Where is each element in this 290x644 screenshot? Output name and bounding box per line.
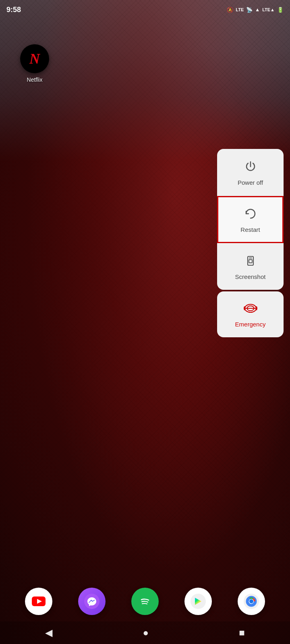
screenshot-label: Screenshot (235, 273, 266, 280)
youtube-app[interactable] (25, 588, 52, 615)
svg-point-14 (249, 599, 253, 603)
navigation-bar: ◀ ● ■ (0, 621, 290, 644)
emergency-button[interactable]: Emergency (217, 291, 284, 337)
home-button[interactable]: ● (143, 627, 149, 638)
mute-icon: 🔕 (227, 7, 233, 13)
power-off-icon (244, 160, 257, 175)
battery-icon: 🔋 (277, 7, 284, 13)
restart-button[interactable]: Restart (217, 196, 284, 243)
status-bar: 9:58 🔕 LTE 📡 ▲ LTE▲ 🔋 (0, 0, 290, 19)
clock: 9:58 (6, 6, 21, 14)
netflix-logo: N (29, 50, 40, 67)
power-menu: Power off Restart Screenshot (217, 149, 284, 337)
chrome-app[interactable] (238, 588, 265, 615)
status-icons: 🔕 LTE 📡 ▲ LTE▲ 🔋 (227, 7, 284, 13)
restart-icon (244, 207, 257, 222)
svg-rect-2 (249, 260, 252, 263)
signal-icon: ▲ (255, 7, 260, 12)
emergency-icon (244, 303, 257, 317)
power-menu-card: Power off Restart Screenshot (217, 149, 284, 290)
restart-label: Restart (240, 226, 260, 233)
recents-button[interactable]: ■ (239, 627, 245, 638)
netflix-app[interactable]: N Netflix (20, 44, 49, 83)
dock (0, 583, 290, 620)
netflix-icon[interactable]: N (20, 44, 49, 73)
back-button[interactable]: ◀ (45, 627, 52, 638)
power-off-label: Power off (238, 179, 263, 186)
screenshot-button[interactable]: Screenshot (217, 243, 284, 290)
emergency-label: Emergency (235, 321, 266, 328)
emergency-card: Emergency (217, 291, 284, 337)
play-store-app[interactable] (184, 588, 212, 615)
lte2-icon: LTE▲ (262, 7, 275, 12)
spotify-app[interactable] (131, 588, 159, 615)
wifi-icon: 📡 (246, 7, 253, 13)
screenshot-icon (244, 254, 257, 269)
messenger-app[interactable] (78, 588, 106, 615)
netflix-label: Netflix (27, 76, 43, 83)
power-off-button[interactable]: Power off (217, 149, 284, 196)
lte-icon: LTE (236, 7, 244, 12)
